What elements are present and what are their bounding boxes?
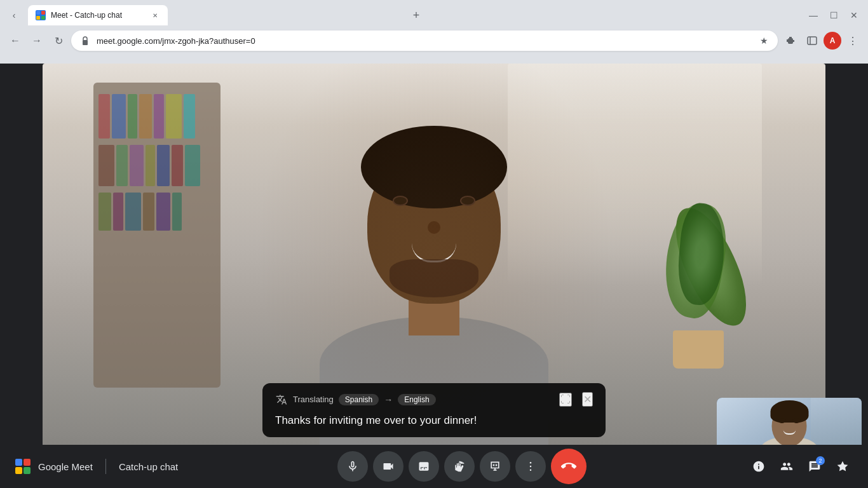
tab-nav-buttons: ‹ [5, 6, 23, 24]
translate-icon [275, 393, 288, 406]
translation-overlay: Translating Spanish → English ⛶ ✕ Thanks… [262, 383, 606, 437]
menu-button[interactable]: ⋮ [843, 30, 863, 51]
active-tab[interactable]: Meet - Catch-up chat ✕ [28, 5, 168, 25]
bookmark-icon[interactable]: ★ [757, 34, 770, 47]
tab-list: Meet - Catch-up chat ✕ [28, 5, 402, 25]
svg-rect-5 [808, 37, 817, 44]
maximize-button[interactable]: ☐ [825, 6, 843, 24]
self-hair [770, 400, 808, 423]
to-language-badge: English [398, 394, 435, 405]
activities-button[interactable] [830, 454, 855, 479]
tab-bar: ‹ Meet - Catch-up chat ✕ + — ☐ [0, 0, 868, 25]
arrow-icon: → [384, 395, 393, 405]
info-button[interactable] [746, 454, 771, 479]
self-head [772, 405, 807, 447]
tab-favicon [36, 10, 46, 20]
url-text: meet.google.com/jmx-zgoh-jka?authuser=0 [97, 36, 752, 46]
browser-chrome: ‹ Meet - Catch-up chat ✕ + — ☐ [0, 0, 868, 64]
plant [648, 114, 775, 369]
tab-list-previous[interactable]: ‹ [5, 6, 23, 24]
svg-rect-4 [83, 40, 88, 45]
minimize-button[interactable]: — [804, 6, 822, 24]
camera-button[interactable] [373, 451, 403, 482]
tab-close-button[interactable]: ✕ [150, 10, 160, 20]
extensions-button[interactable] [780, 30, 801, 51]
reload-button[interactable]: ↻ [48, 30, 69, 51]
present-button[interactable] [480, 451, 510, 482]
svg-rect-3 [41, 16, 45, 20]
address-icons: ★ [757, 34, 770, 47]
microphone-button[interactable] [337, 451, 368, 482]
bookshelf [93, 83, 220, 388]
end-call-button[interactable] [551, 449, 587, 484]
lock-icon [79, 34, 92, 47]
g-red [24, 459, 31, 466]
address-bar[interactable]: meet.google.com/jmx-zgoh-jka?authuser=0 … [71, 30, 778, 51]
svg-rect-2 [36, 16, 40, 20]
meet-logo: Google Meet Catch-up chat [13, 456, 178, 477]
g-yellow [15, 467, 22, 474]
svg-point-8 [530, 466, 532, 468]
meet-container: Joe Carlson Translating Spanish → Englis… [0, 64, 868, 488]
address-bar-row: ← → ↻ meet.google.com/jmx-zgoh-jka?authu… [0, 25, 868, 56]
sidebar-button[interactable] [802, 30, 822, 51]
right-controls: 2 [746, 454, 855, 479]
more-options-button[interactable] [515, 451, 546, 482]
forward-button[interactable]: → [27, 30, 47, 51]
google-g-icon [15, 459, 31, 474]
translation-text: Thanks for inviting me over to your dinn… [275, 413, 593, 428]
chat-badge: 2 [816, 456, 825, 465]
meeting-title: Catch-up chat [119, 461, 178, 472]
svg-rect-1 [41, 11, 45, 15]
back-button[interactable]: ← [5, 30, 25, 51]
translation-expand-button[interactable]: ⛶ [559, 393, 572, 407]
google-meet-logo-icon [13, 456, 33, 477]
close-button[interactable]: ✕ [845, 6, 863, 24]
captions-button[interactable] [409, 451, 439, 482]
translation-header: Translating Spanish → English ⛶ ✕ [275, 392, 593, 407]
new-tab-button[interactable]: + [407, 6, 425, 24]
center-controls [337, 449, 587, 484]
person-head [367, 145, 501, 304]
participants-button[interactable] [774, 454, 799, 479]
meet-logo-text: Google Meet [38, 461, 93, 472]
g-blue [15, 459, 22, 466]
toolbar-right: A ⋮ [780, 30, 863, 51]
chat-button[interactable]: 2 [802, 454, 827, 479]
main-video: Joe Carlson Translating Spanish → Englis… [43, 64, 825, 475]
svg-point-9 [530, 470, 532, 471]
translating-label: Translating [293, 395, 334, 404]
raise-hand-button[interactable] [444, 451, 475, 482]
window-controls: — ☐ ✕ [804, 6, 863, 24]
from-language-badge: Spanish [339, 394, 379, 405]
translation-close-button[interactable]: ✕ [582, 392, 593, 407]
nav-controls: ← → ↻ [5, 30, 69, 51]
profile-button[interactable]: A [824, 32, 841, 50]
svg-rect-0 [36, 11, 40, 15]
svg-point-7 [530, 462, 532, 464]
meet-divider [105, 459, 106, 474]
tab-title: Meet - Catch-up chat [51, 11, 145, 20]
person-hair [361, 126, 507, 208]
control-bar: Google Meet Catch-up chat [0, 445, 868, 488]
g-green [24, 467, 31, 474]
